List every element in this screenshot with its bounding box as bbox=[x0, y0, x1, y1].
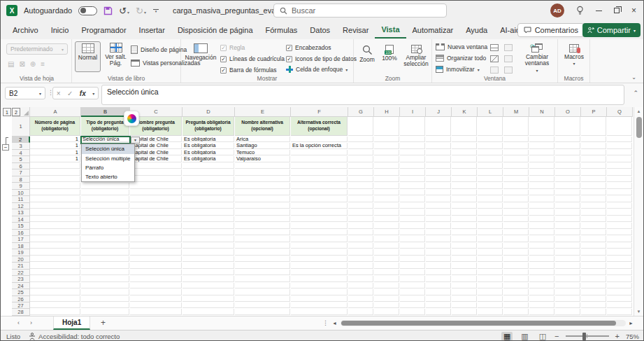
cell-B10[interactable] bbox=[81, 190, 129, 195]
cell-H23[interactable] bbox=[374, 276, 399, 281]
cell-M22[interactable] bbox=[503, 270, 529, 275]
cell-K12[interactable] bbox=[452, 203, 477, 209]
cell-H26[interactable] bbox=[374, 296, 399, 302]
cell-K25[interactable] bbox=[452, 289, 477, 295]
cell-N10[interactable] bbox=[529, 190, 554, 195]
cell-A4[interactable]: 1 bbox=[30, 150, 80, 155]
cell-Q18[interactable] bbox=[607, 243, 632, 249]
cell-E11[interactable] bbox=[235, 196, 290, 202]
cell-O23[interactable] bbox=[555, 276, 580, 281]
cell-H15[interactable] bbox=[374, 223, 399, 228]
avatar[interactable]: AD bbox=[550, 4, 564, 18]
zoom-100-button[interactable]: 100 100% bbox=[380, 45, 399, 62]
cell-D14[interactable] bbox=[183, 216, 234, 222]
cell-I15[interactable] bbox=[400, 223, 425, 228]
cell-I14[interactable] bbox=[400, 216, 425, 222]
cell-H17[interactable] bbox=[374, 236, 399, 242]
cell-F7[interactable] bbox=[291, 169, 348, 175]
column-header-B[interactable]: B bbox=[81, 107, 130, 117]
cell-G26[interactable] bbox=[348, 296, 373, 302]
cell-E13[interactable] bbox=[235, 209, 290, 215]
cell-O27[interactable] bbox=[555, 302, 580, 308]
redo-button[interactable]: ↻▾ bbox=[136, 6, 146, 15]
cell-D16[interactable] bbox=[183, 230, 234, 235]
cell-B19[interactable] bbox=[81, 249, 129, 255]
cell-N20[interactable] bbox=[529, 256, 554, 262]
cell-E15[interactable] bbox=[235, 223, 290, 228]
cell-A16[interactable] bbox=[30, 230, 80, 235]
cell-Q20[interactable] bbox=[607, 256, 632, 262]
cell-Q7[interactable] bbox=[607, 169, 632, 175]
row-header-11[interactable]: 11 bbox=[12, 196, 30, 202]
cell-B15[interactable] bbox=[81, 223, 129, 228]
row-header-28[interactable]: 28 bbox=[12, 309, 30, 315]
cell-K27[interactable] bbox=[452, 302, 477, 308]
cell-D18[interactable] bbox=[183, 243, 234, 249]
row-header-19[interactable]: 19 bbox=[12, 249, 30, 256]
arrange-all-button[interactable]: Organizar todo bbox=[436, 55, 486, 62]
cell-O11[interactable] bbox=[555, 196, 580, 202]
row-header-15[interactable]: 15 bbox=[12, 223, 30, 229]
row-header-25[interactable]: 25 bbox=[12, 289, 30, 295]
cell-A15[interactable] bbox=[30, 223, 80, 228]
cell-A12[interactable] bbox=[30, 203, 80, 209]
cell-A23[interactable] bbox=[30, 276, 80, 281]
cell-E1[interactable]: Nombre alternativa(opcional) bbox=[235, 117, 290, 136]
cell-L7[interactable] bbox=[478, 169, 503, 175]
cell-C28[interactable] bbox=[130, 309, 182, 314]
outline-level-1-button[interactable]: 1 bbox=[3, 108, 11, 116]
cell-Q13[interactable] bbox=[607, 209, 632, 215]
row-header-23[interactable]: 23 bbox=[12, 276, 30, 282]
normal-view-button[interactable]: Normal bbox=[75, 41, 101, 72]
exit-sheet-view-icon[interactable]: ⊠ bbox=[19, 60, 24, 68]
cell-M14[interactable] bbox=[503, 216, 529, 222]
cell-K18[interactable] bbox=[452, 243, 477, 249]
reset-window-position-icon[interactable] bbox=[504, 67, 513, 74]
cell-L23[interactable] bbox=[478, 276, 503, 281]
cell-F21[interactable] bbox=[291, 263, 348, 268]
cell-K15[interactable] bbox=[452, 223, 477, 228]
cell-Q22[interactable] bbox=[607, 270, 632, 275]
cell-M1[interactable] bbox=[503, 117, 529, 136]
cell-C13[interactable] bbox=[130, 209, 182, 215]
cell-L16[interactable] bbox=[478, 230, 503, 235]
cell-C21[interactable] bbox=[130, 263, 182, 268]
split-window-icon[interactable] bbox=[490, 44, 499, 51]
cell-C23[interactable] bbox=[130, 276, 182, 281]
cell-I12[interactable] bbox=[400, 203, 425, 209]
cell-G17[interactable] bbox=[348, 236, 373, 242]
cell-L8[interactable] bbox=[478, 176, 503, 182]
next-sheet-icon[interactable]: › bbox=[30, 319, 32, 326]
cell-G8[interactable] bbox=[348, 176, 373, 182]
cell-I19[interactable] bbox=[400, 249, 425, 255]
fx-caret-icon[interactable]: ▾ bbox=[92, 91, 94, 96]
cell-I22[interactable] bbox=[400, 270, 425, 275]
cell-J28[interactable] bbox=[426, 309, 451, 314]
cell-K8[interactable] bbox=[452, 176, 477, 182]
row-header-12[interactable]: 12 bbox=[12, 203, 30, 209]
collapse-formula-bar-icon[interactable]: ⌃ bbox=[633, 90, 638, 97]
cell-I16[interactable] bbox=[400, 230, 425, 235]
cell-Q28[interactable] bbox=[607, 309, 632, 314]
cell-P10[interactable] bbox=[581, 190, 606, 195]
cell-N22[interactable] bbox=[529, 270, 554, 275]
cell-P18[interactable] bbox=[581, 243, 606, 249]
cell-F23[interactable] bbox=[291, 276, 348, 281]
cell-M3[interactable] bbox=[503, 143, 529, 148]
scroll-down-icon[interactable]: ▼ bbox=[634, 309, 643, 314]
cell-M15[interactable] bbox=[503, 223, 529, 228]
cell-C19[interactable] bbox=[130, 249, 182, 255]
cell-F9[interactable] bbox=[291, 183, 348, 188]
cell-A22[interactable] bbox=[30, 270, 80, 275]
cell-H8[interactable] bbox=[374, 176, 399, 182]
cell-L22[interactable] bbox=[478, 270, 503, 275]
cell-N9[interactable] bbox=[529, 183, 554, 188]
tab-datos[interactable]: Datos bbox=[303, 22, 336, 38]
cell-O28[interactable] bbox=[555, 309, 580, 314]
cell-I21[interactable] bbox=[400, 263, 425, 268]
cell-K24[interactable] bbox=[452, 283, 477, 288]
cell-A20[interactable] bbox=[30, 256, 80, 262]
vertical-scrollbar[interactable]: ▲ ▼ bbox=[634, 107, 643, 316]
cell-M18[interactable] bbox=[503, 243, 529, 249]
cell-N18[interactable] bbox=[529, 243, 554, 249]
